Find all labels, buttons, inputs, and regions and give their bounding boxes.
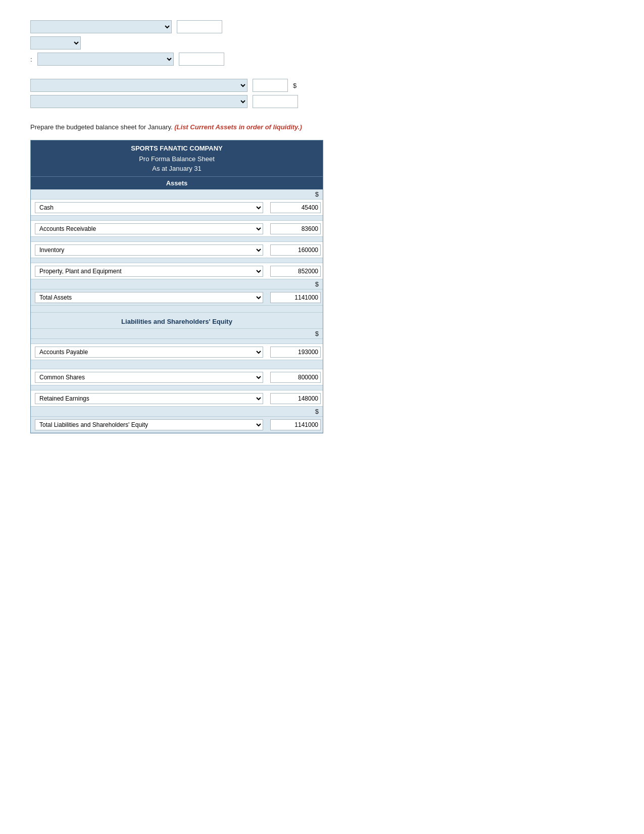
- top-row-3: :: [30, 53, 614, 66]
- ppe-select[interactable]: Property, Plant and Equipment: [35, 266, 263, 277]
- assets-dollar-row: $: [31, 189, 323, 200]
- top-row-5: [30, 95, 614, 108]
- spacer-5: [31, 339, 323, 344]
- total-liab-input[interactable]: [270, 419, 321, 430]
- cash-value-cell: [267, 201, 323, 215]
- total-assets-label-cell: Total Assets: [31, 290, 267, 305]
- total-assets-input[interactable]: [270, 292, 321, 303]
- total-liab-dollar-sign: $: [267, 407, 323, 416]
- retained-earnings-select[interactable]: Retained Earnings: [35, 393, 263, 404]
- cash-row: Cash: [31, 200, 323, 216]
- inventory-select[interactable]: Inventory: [35, 244, 263, 256]
- total-assets-dollar-label: [31, 279, 267, 289]
- ppe-label-cell: Property, Plant and Equipment: [31, 264, 267, 278]
- ppe-value-cell: [267, 264, 323, 278]
- liab-dollar-row: $: [31, 329, 323, 339]
- total-assets-dollar-sign: $: [267, 279, 323, 289]
- instruction-text: Prepare the budgeted balance sheet for J…: [30, 123, 614, 131]
- spacer-3: [31, 258, 323, 263]
- total-liab-dollar-row: $: [31, 407, 323, 417]
- instruction-prefix: Prepare the budgeted balance sheet for J…: [30, 123, 173, 131]
- retained-earnings-row: Retained Earnings: [31, 390, 323, 407]
- inventory-label-cell: Inventory: [31, 243, 267, 257]
- ar-select[interactable]: Accounts Receivable: [35, 223, 263, 234]
- top-row-1: [30, 20, 614, 33]
- top-input-5[interactable]: [253, 95, 298, 108]
- ap-select[interactable]: Accounts Payable: [35, 347, 263, 358]
- total-liab-label-cell: Total Liabilities and Shareholders' Equi…: [31, 418, 267, 432]
- top-input-1[interactable]: [177, 20, 222, 33]
- total-assets-value-cell: [267, 290, 323, 305]
- liab-dollar-sign: $: [267, 329, 323, 338]
- retained-earnings-input[interactable]: [270, 393, 321, 404]
- ap-row: Accounts Payable: [31, 344, 323, 360]
- liab-equity-header: Liabilities and Shareholders' Equity: [31, 313, 323, 329]
- cash-select[interactable]: Cash: [35, 202, 263, 213]
- cash-label-cell: Cash: [31, 201, 267, 215]
- total-liab-value-cell: [267, 418, 323, 432]
- colon-label: :: [30, 56, 32, 63]
- common-shares-value-cell: [267, 370, 323, 384]
- ar-row: Accounts Receivable: [31, 221, 323, 237]
- bs-title-2: Pro Forma Balance Sheet: [31, 154, 323, 164]
- spacer-2: [31, 237, 323, 242]
- assets-dollar-label: [31, 189, 267, 199]
- bs-title-1: SPORTS FANATIC COMPANY: [31, 140, 323, 154]
- top-row-blank: [30, 69, 614, 76]
- top-select-5[interactable]: [30, 95, 247, 108]
- top-select-1[interactable]: [30, 20, 172, 33]
- total-assets-row: Total Assets: [31, 289, 323, 306]
- spacer-7: [31, 385, 323, 390]
- retained-earnings-value-cell: [267, 391, 323, 406]
- inventory-input[interactable]: [270, 244, 321, 256]
- cash-input[interactable]: [270, 202, 321, 213]
- total-liab-dollar-label: [31, 407, 267, 416]
- spacer-1: [31, 216, 323, 221]
- top-select-2[interactable]: [30, 36, 81, 50]
- assets-dollar-sign: $: [267, 189, 323, 199]
- inventory-value-cell: [267, 243, 323, 257]
- bs-title-3: As at January 31: [31, 164, 323, 176]
- top-row-4: $: [30, 79, 614, 92]
- ap-label-cell: Accounts Payable: [31, 345, 267, 359]
- balance-sheet: SPORTS FANATIC COMPANY Pro Forma Balance…: [30, 140, 323, 433]
- spacer-6: [31, 360, 323, 369]
- retained-earnings-label-cell: Retained Earnings: [31, 391, 267, 406]
- spacer-4: [31, 306, 323, 313]
- total-liab-row: Total Liabilities and Shareholders' Equi…: [31, 417, 323, 433]
- ppe-row: Property, Plant and Equipment: [31, 263, 323, 279]
- total-assets-select[interactable]: Total Assets: [35, 292, 263, 303]
- total-assets-dollar-row: $: [31, 279, 323, 289]
- total-liab-select[interactable]: Total Liabilities and Shareholders' Equi…: [35, 419, 263, 430]
- inventory-row: Inventory: [31, 242, 323, 258]
- top-input-3[interactable]: [179, 53, 224, 66]
- ap-value-cell: [267, 345, 323, 359]
- top-select-3[interactable]: [37, 53, 174, 66]
- ar-value-cell: [267, 222, 323, 236]
- common-shares-select[interactable]: Common Shares: [35, 372, 263, 383]
- top-select-4[interactable]: [30, 79, 247, 92]
- top-row-2: [30, 36, 614, 50]
- ar-label-cell: Accounts Receivable: [31, 222, 267, 236]
- instruction-highlight: (List Current Assets in order of liquidi…: [174, 123, 302, 131]
- common-shares-input[interactable]: [270, 372, 321, 383]
- top-input-section: : $: [30, 20, 614, 108]
- common-shares-label-cell: Common Shares: [31, 370, 267, 384]
- ar-input[interactable]: [270, 223, 321, 234]
- liab-dollar-label: [31, 329, 267, 338]
- dollar-sign-top: $: [293, 82, 296, 89]
- ppe-input[interactable]: [270, 266, 321, 277]
- bs-assets-header: Assets: [31, 176, 323, 189]
- ap-input[interactable]: [270, 347, 321, 358]
- top-input-4[interactable]: [253, 79, 288, 92]
- common-shares-row: Common Shares: [31, 369, 323, 385]
